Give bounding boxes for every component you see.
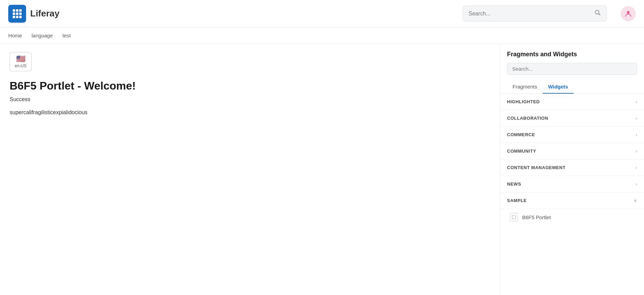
- svg-rect-12: [512, 215, 516, 219]
- nav-item-test[interactable]: test: [62, 31, 71, 40]
- category-community[interactable]: COMMUNITY ›: [500, 143, 644, 160]
- user-avatar[interactable]: [621, 6, 636, 21]
- category-highlighted-label: HIGHLIGHTED: [507, 99, 540, 104]
- category-collaboration-label: COLLABORATION: [507, 116, 548, 121]
- logo-area: Liferay: [8, 5, 59, 23]
- category-sample-label: SAMPLE: [507, 198, 527, 203]
- svg-rect-5: [19, 12, 22, 15]
- app-header: Liferay: [0, 0, 644, 27]
- chevron-right-icon: ›: [636, 165, 637, 170]
- category-highlighted[interactable]: HIGHLIGHTED ›: [500, 94, 644, 110]
- svg-point-11: [627, 11, 630, 14]
- right-panel: Fragments and Widgets Fragments Widgets …: [500, 44, 644, 295]
- svg-rect-4: [16, 12, 19, 15]
- svg-rect-3: [13, 12, 15, 15]
- category-sample[interactable]: SAMPLE ∨: [500, 192, 644, 209]
- tab-fragments[interactable]: Fragments: [507, 80, 543, 94]
- logo-icon[interactable]: [8, 5, 26, 23]
- category-commerce[interactable]: COMMERCE ›: [500, 127, 644, 143]
- page-content-area: 🇺🇸 en-US B6F5 Portlet - Welcome! Success…: [0, 44, 500, 295]
- chevron-right-icon: ›: [636, 116, 637, 121]
- global-search-bar: [463, 5, 607, 22]
- svg-line-10: [599, 14, 600, 15]
- svg-rect-6: [13, 16, 15, 18]
- global-search-icon[interactable]: [594, 9, 601, 18]
- language-badge[interactable]: 🇺🇸 en-US: [10, 52, 32, 71]
- global-search-input[interactable]: [469, 11, 594, 17]
- svg-rect-1: [16, 9, 19, 12]
- svg-rect-2: [19, 9, 22, 12]
- widget-item-label: B6F5 Portlet: [522, 214, 551, 220]
- logo-text: Liferay: [30, 8, 59, 19]
- portlet-text: supercalifragilisticexpialidocious: [10, 109, 490, 116]
- panel-title: Fragments and Widgets: [507, 51, 637, 58]
- category-content-management[interactable]: CONTENT MANAGEMENT ›: [500, 160, 644, 176]
- widget-item-b6f5[interactable]: B6F5 Portlet: [500, 209, 644, 225]
- category-content-management-label: CONTENT MANAGEMENT: [507, 165, 565, 170]
- language-code: en-US: [15, 63, 26, 68]
- chevron-right-icon: ›: [636, 132, 637, 137]
- category-news-label: NEWS: [507, 181, 521, 187]
- widget-category-list: HIGHLIGHTED › COLLABORATION › COMMERCE ›…: [500, 94, 644, 295]
- svg-rect-0: [13, 9, 15, 12]
- chevron-right-icon: ›: [636, 99, 637, 104]
- widget-item-icon: [510, 213, 518, 221]
- category-community-label: COMMUNITY: [507, 149, 536, 154]
- panel-header: Fragments and Widgets: [500, 44, 644, 80]
- panel-search-bar: [507, 63, 637, 75]
- chevron-right-icon: ›: [636, 149, 637, 154]
- nav-item-home[interactable]: Home: [8, 31, 22, 40]
- main-layout: 🇺🇸 en-US B6F5 Portlet - Welcome! Success…: [0, 44, 644, 295]
- chevron-right-icon: ›: [636, 181, 637, 187]
- category-commerce-label: COMMERCE: [507, 132, 535, 137]
- tab-widgets[interactable]: Widgets: [543, 80, 574, 94]
- portlet-title: B6F5 Portlet - Welcome!: [10, 80, 490, 92]
- panel-tabs: Fragments Widgets: [500, 80, 644, 94]
- category-news[interactable]: NEWS ›: [500, 176, 644, 192]
- category-collaboration[interactable]: COLLABORATION ›: [500, 110, 644, 127]
- nav-item-language[interactable]: language: [32, 31, 53, 40]
- chevron-down-icon: ∨: [634, 198, 637, 203]
- svg-rect-8: [19, 16, 22, 18]
- portlet-status: Success: [10, 96, 490, 103]
- flag-icon: 🇺🇸: [16, 55, 25, 63]
- main-nav: Home language test: [0, 27, 644, 44]
- panel-search-input[interactable]: [512, 66, 632, 72]
- svg-rect-7: [16, 16, 19, 18]
